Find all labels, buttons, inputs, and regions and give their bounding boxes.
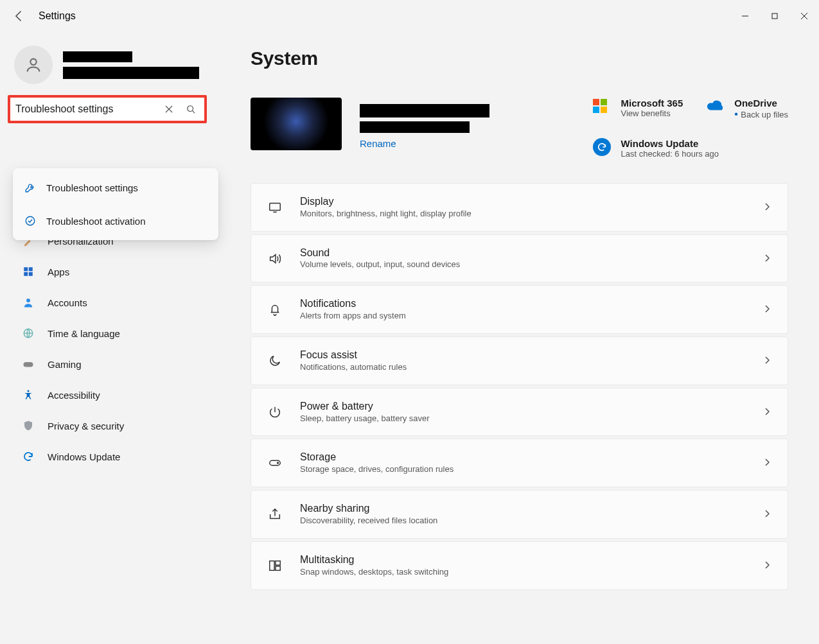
window-controls: [730, 6, 819, 26]
settings-card-multitasking[interactable]: MultitaskingSnap windows, desktops, task…: [251, 541, 788, 590]
card-subtitle: Alerts from apps and system: [300, 311, 763, 322]
svg-point-3: [26, 216, 35, 225]
svg-rect-10: [24, 362, 33, 367]
settings-card-nearby-sharing[interactable]: Nearby sharingDiscoverability, received …: [251, 490, 788, 539]
svg-point-14: [277, 462, 279, 464]
suggestion-troubleshoot-settings[interactable]: Troubleshoot settings: [15, 171, 216, 204]
page-title: System: [251, 48, 788, 69]
chevron-right-icon: [763, 202, 771, 213]
settings-card-storage[interactable]: StorageStorage space, drives, configurat…: [251, 439, 788, 487]
svg-rect-4: [24, 267, 28, 271]
settings-card-sound[interactable]: SoundVolume levels, output, input, sound…: [251, 234, 788, 283]
svg-rect-16: [276, 561, 280, 564]
search-suggestions-dropdown: Troubleshoot settings Troubleshoot activ…: [13, 168, 218, 240]
settings-card-list: DisplayMonitors, brightness, night light…: [251, 183, 788, 590]
title-bar: Settings: [0, 0, 819, 32]
card-title: Notifications: [300, 297, 763, 311]
card-subtitle: Notifications, automatic rules: [300, 362, 763, 373]
card-title: Sound: [300, 247, 763, 260]
close-button[interactable]: [789, 6, 819, 26]
tile-sub: Back up files: [734, 109, 788, 120]
tile-windows-update[interactable]: Windows Update Last checked: 6 hours ago: [593, 138, 788, 159]
sidebar: Troubleshoot settings Troubleshoot activ…: [0, 32, 212, 644]
sound-icon: [268, 252, 282, 266]
tile-onedrive[interactable]: OneDrive Back up files: [706, 98, 788, 120]
power-icon: [268, 405, 282, 419]
svg-rect-0: [772, 13, 777, 19]
onedrive-icon: [706, 99, 724, 117]
nav-accessibility[interactable]: Accessibility: [13, 382, 199, 408]
bell-icon: [268, 302, 282, 317]
suggestion-troubleshoot-activation[interactable]: Troubleshoot activation: [15, 204, 216, 238]
settings-card-display[interactable]: DisplayMonitors, brightness, night light…: [251, 183, 788, 232]
search-input[interactable]: [13, 103, 158, 115]
tile-sub: Last checked: 6 hours ago: [621, 149, 719, 159]
card-title: Power & battery: [300, 400, 763, 413]
nav-privacy[interactable]: Privacy & security: [13, 413, 199, 439]
tile-title: Microsoft 365: [621, 98, 683, 109]
chevron-right-icon: [763, 304, 771, 315]
card-subtitle: Monitors, brightness, night light, displ…: [300, 209, 763, 220]
card-subtitle: Sleep, battery usage, battery saver: [300, 413, 763, 424]
profile-card[interactable]: [13, 44, 212, 86]
svg-rect-7: [29, 272, 33, 276]
svg-rect-6: [24, 272, 28, 276]
svg-point-8: [26, 299, 30, 302]
chevron-right-icon: [763, 355, 771, 367]
nav-accounts[interactable]: Accounts: [13, 290, 199, 315]
search-icon[interactable]: [180, 105, 202, 114]
device-wallpaper-preview: [251, 98, 342, 150]
accessibility-icon: [22, 388, 35, 401]
card-subtitle: Discoverability, received files location: [300, 516, 763, 527]
shield-icon: [22, 419, 35, 432]
nav-label: Privacy & security: [48, 421, 124, 431]
card-subtitle: Snap windows, desktops, task switching: [300, 567, 763, 578]
sync-icon: [22, 450, 35, 463]
chevron-right-icon: [763, 406, 771, 418]
settings-card-focus-assist[interactable]: Focus assistNotifications, automatic rul…: [251, 336, 788, 385]
maximize-button[interactable]: [760, 6, 789, 26]
nav-label: Accessibility: [48, 390, 100, 401]
multitask-icon: [268, 559, 282, 573]
moon-icon: [268, 354, 282, 368]
nav-label: Windows Update: [48, 451, 120, 462]
tile-title: Windows Update: [621, 138, 719, 149]
svg-rect-5: [29, 267, 33, 271]
clear-search-icon[interactable]: [158, 105, 180, 114]
storage-icon: [268, 456, 282, 470]
settings-card-power-battery[interactable]: Power & batterySleep, battery usage, bat…: [251, 388, 788, 437]
nav-label: Time & language: [48, 328, 120, 339]
check-circle-icon: [24, 215, 36, 227]
chevron-right-icon: [763, 457, 771, 469]
settings-card-notifications[interactable]: NotificationsAlerts from apps and system: [251, 285, 788, 334]
profile-email-redacted: [63, 67, 199, 79]
chevron-right-icon: [763, 253, 771, 265]
card-title: Storage: [300, 451, 763, 464]
profile-name-redacted: [63, 51, 132, 62]
display-icon: [268, 200, 282, 214]
nav-windows-update[interactable]: Windows Update: [13, 444, 199, 469]
minimize-button[interactable]: [730, 6, 760, 26]
main-content: System Rename Microsoft 365 View benefit…: [212, 32, 819, 644]
person-icon: [22, 296, 35, 309]
svg-rect-17: [276, 566, 280, 570]
apps-icon: [22, 265, 35, 278]
tile-microsoft-365[interactable]: Microsoft 365 View benefits: [593, 98, 683, 120]
nav-label: Accounts: [48, 297, 87, 308]
card-title: Multitasking: [300, 553, 763, 567]
back-button[interactable]: [13, 10, 26, 22]
rename-link[interactable]: Rename: [360, 138, 489, 149]
chevron-right-icon: [763, 560, 771, 571]
svg-rect-15: [270, 561, 274, 570]
nav-time-language[interactable]: Time & language: [13, 320, 199, 346]
window-title: Settings: [39, 10, 76, 22]
card-title: Display: [300, 195, 763, 209]
chevron-right-icon: [763, 509, 771, 520]
nav-apps[interactable]: Apps: [13, 259, 199, 284]
card-subtitle: Volume levels, output, input, sound devi…: [300, 259, 763, 270]
nav-gaming[interactable]: Gaming: [13, 351, 199, 377]
svg-point-2: [188, 106, 193, 112]
svg-point-11: [28, 390, 30, 392]
share-icon: [268, 507, 282, 521]
device-model-redacted: [360, 121, 470, 133]
